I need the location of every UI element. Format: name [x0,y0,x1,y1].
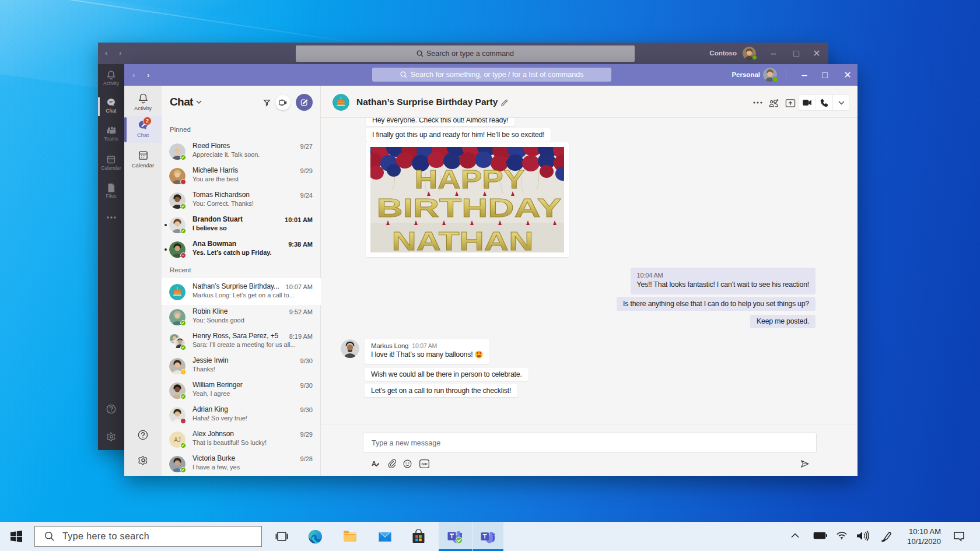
svg-text:A: A [372,460,376,467]
svg-text:NATHAN: NATHAN [392,227,534,252]
svg-text:GIF: GIF [421,462,427,466]
svg-text:BIRTHDAY: BIRTHDAY [377,194,562,222]
svg-text:HAPPY: HAPPY [415,165,525,194]
